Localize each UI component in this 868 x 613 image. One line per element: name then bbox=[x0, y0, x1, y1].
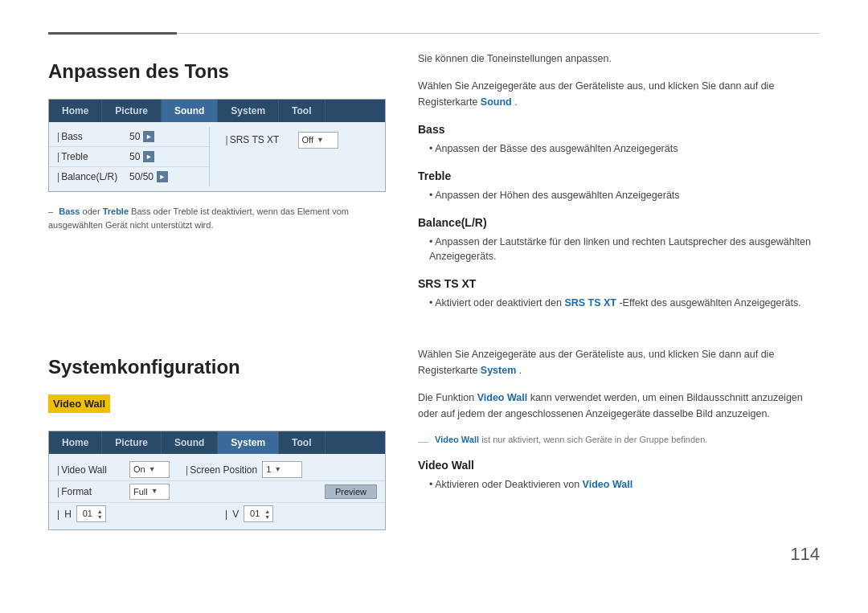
feature-videowall: Video Wall Aktivieren oder Deaktivieren … bbox=[418, 457, 820, 492]
system-intro1: Wählen Sie Anzeigegeräte aus der Gerätel… bbox=[418, 346, 820, 378]
panel-header: Home Picture Sound System Tool bbox=[49, 100, 385, 122]
bass-row: |Bass 50 ► bbox=[49, 127, 209, 147]
tab-picture[interactable]: Picture bbox=[102, 100, 162, 122]
section-system: Systemkonfiguration Video Wall Home Pict… bbox=[48, 346, 820, 543]
preview-group: Preview bbox=[170, 484, 377, 499]
section-anpassen-left: Anpassen des Tons Home Picture Sound Sys… bbox=[48, 51, 386, 322]
v-label: V bbox=[232, 507, 239, 521]
system-link: System bbox=[481, 365, 516, 376]
tab-home[interactable]: Home bbox=[49, 100, 102, 122]
sound-note: – Bass oder Treble Bass oder Treble ist … bbox=[48, 205, 386, 231]
system-panel: Home Picture Sound System Tool |Video Wa… bbox=[48, 431, 386, 530]
h-value: 01 bbox=[80, 507, 96, 521]
feature-srs-title: SRS TS XT bbox=[418, 276, 820, 292]
balance-arrow[interactable]: ► bbox=[157, 171, 168, 182]
h-stepper[interactable]: 01 ▲ ▼ bbox=[76, 505, 106, 522]
treble-row: |Treble 50 ► bbox=[49, 147, 209, 167]
feature-videowall-title: Video Wall bbox=[418, 457, 820, 474]
video-wall-label: Video Wall bbox=[48, 394, 110, 414]
h-down-arrow[interactable]: ▼ bbox=[97, 514, 103, 520]
note-dash bbox=[418, 442, 429, 443]
tab-sound[interactable]: Sound bbox=[162, 100, 218, 122]
sys-tab-tool[interactable]: Tool bbox=[279, 431, 325, 454]
section-system-left: Systemkonfiguration Video Wall Home Pict… bbox=[48, 346, 386, 543]
treble-number: 50 bbox=[129, 149, 140, 164]
bass-arrow[interactable]: ► bbox=[143, 131, 154, 142]
balance-row: |Balance(L/R) 50/50 ► bbox=[49, 167, 209, 186]
v-arrows: ▲ ▼ bbox=[264, 509, 270, 520]
v-up-arrow[interactable]: ▲ bbox=[264, 509, 270, 514]
format-select-arrow: ▼ bbox=[151, 486, 158, 497]
bass-label: |Bass bbox=[57, 129, 129, 144]
sound-panel: Home Picture Sound System Tool |Bass 50 bbox=[48, 99, 386, 192]
balance-value: 50/50 ► bbox=[129, 170, 168, 184]
sound-link: Sound bbox=[481, 96, 512, 108]
sys-tab-home[interactable]: Home bbox=[49, 431, 102, 454]
format-select-val: Full bbox=[133, 485, 148, 499]
feature-videowall-desc: Aktivieren oder Deaktivieren von Video W… bbox=[418, 477, 820, 492]
srs-select[interactable]: Off ▼ bbox=[298, 132, 338, 149]
sys-tab-picture[interactable]: Picture bbox=[102, 431, 162, 454]
videowall-select-val: On bbox=[133, 463, 145, 476]
v-down-arrow[interactable]: ▼ bbox=[264, 514, 270, 520]
feature-treble: Treble Anpassen der Höhen des ausgewählt… bbox=[418, 168, 820, 203]
section-system-right: Wählen Sie Anzeigegeräte aus der Gerätel… bbox=[418, 346, 820, 543]
format-value: Full ▼ bbox=[129, 484, 170, 501]
section-anpassen: Anpassen des Tons Home Picture Sound Sys… bbox=[48, 51, 820, 322]
videowall-note-link: Video Wall bbox=[435, 435, 479, 444]
feature-bass-title: Bass bbox=[418, 121, 820, 138]
format-row: |Format Full ▼ Preview bbox=[49, 481, 385, 504]
videowall-row-value: On ▼ bbox=[129, 461, 170, 478]
top-rule bbox=[48, 32, 177, 35]
sound-intro1: Sie können die Toneinstellungen anpassen… bbox=[418, 51, 820, 67]
srs-label: |SRS TS XT bbox=[226, 133, 298, 147]
feature-balance: Balance(L/R) Anpassen der Lautstärke für… bbox=[418, 215, 820, 265]
screenpos-label: |Screen Position bbox=[186, 463, 257, 477]
screenpos-select[interactable]: 1 ▼ bbox=[262, 461, 302, 478]
sys-tab-sound[interactable]: Sound bbox=[162, 431, 218, 454]
feature-treble-desc: Anpassen der Höhen des ausgewählten Anze… bbox=[418, 188, 820, 203]
preview-button[interactable]: Preview bbox=[325, 484, 377, 499]
srs-row: |SRS TS XT Off ▼ bbox=[218, 129, 378, 151]
srs-select-arrow: ▼ bbox=[317, 135, 324, 146]
v-stepper[interactable]: 01 ▲ ▼ bbox=[244, 505, 273, 522]
note-treble-link: Treble bbox=[103, 206, 129, 216]
video-wall-tag: Video Wall bbox=[48, 394, 110, 422]
feature-treble-title: Treble bbox=[418, 168, 820, 185]
screenpos-select-arrow: ▼ bbox=[274, 464, 281, 476]
srs-desc-link: SRS TS XT bbox=[564, 297, 616, 309]
h-up-arrow[interactable]: ▲ bbox=[97, 509, 103, 514]
sys-tab-system[interactable]: System bbox=[218, 431, 279, 454]
screenpos-group: |Screen Position 1 ▼ bbox=[170, 461, 377, 478]
hv-row: | H 01 ▲ ▼ | V bbox=[49, 503, 385, 525]
videowall-link2: Video Wall bbox=[477, 392, 528, 403]
tab-tool[interactable]: Tool bbox=[279, 100, 325, 122]
videowall-row-label: |Video Wall bbox=[57, 463, 129, 477]
srs-value: Off ▼ bbox=[298, 132, 338, 149]
treble-label: |Treble bbox=[57, 149, 129, 164]
screenpos-select-val: 1 bbox=[266, 463, 271, 476]
videowall-select-arrow: ▼ bbox=[149, 464, 156, 476]
balance-label: |Balance(L/R) bbox=[57, 170, 129, 184]
feature-balance-desc: Anpassen der Lautstärke für den linken u… bbox=[418, 235, 820, 265]
v-value: 01 bbox=[247, 507, 263, 521]
section-title-anpassen: Anpassen des Tons bbox=[48, 57, 386, 86]
videowall-desc-link: Video Wall bbox=[583, 479, 633, 490]
balance-number: 50/50 bbox=[129, 170, 154, 184]
treble-arrow[interactable]: ► bbox=[143, 151, 154, 162]
feature-bass: Bass Anpassen der Bässe des ausgewählten… bbox=[418, 121, 820, 157]
format-select[interactable]: Full ▼ bbox=[129, 484, 170, 501]
system-intro2: Die Funktion Video Wall kann verwendet w… bbox=[418, 390, 820, 422]
sound-intro2: Wählen Sie Anzeigegeräte aus der Gerätel… bbox=[418, 78, 820, 110]
feature-balance-title: Balance(L/R) bbox=[418, 215, 820, 231]
page-number: 114 bbox=[790, 541, 820, 567]
videowall-select[interactable]: On ▼ bbox=[129, 461, 170, 478]
screenpos-value: 1 ▼ bbox=[262, 461, 302, 478]
videowall-note: Video Wall ist nur aktiviert, wenn sich … bbox=[418, 433, 820, 447]
system-panel-body: |Video Wall On ▼ |Screen Position 1 bbox=[49, 454, 385, 529]
system-panel-header: Home Picture Sound System Tool bbox=[49, 431, 385, 454]
bass-number: 50 bbox=[129, 129, 140, 144]
note-bass-link: Bass bbox=[59, 206, 80, 216]
feature-srs-desc: Aktiviert oder deaktiviert den SRS TS XT… bbox=[418, 296, 820, 311]
tab-system[interactable]: System bbox=[218, 100, 279, 122]
